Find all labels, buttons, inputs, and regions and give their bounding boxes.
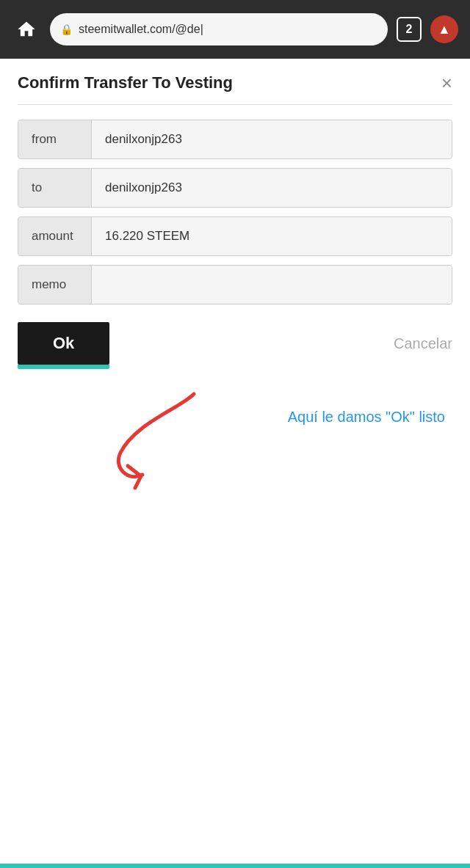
memo-label: memo <box>18 266 92 304</box>
dialog: Confirm Transfer To Vesting × from denil… <box>0 59 470 544</box>
address-bar[interactable]: 🔒 steemitwallet.com/@de| <box>50 13 388 45</box>
to-row: to denilxonjp263 <box>18 168 452 208</box>
dialog-divider <box>18 104 452 105</box>
tab-count-badge[interactable]: 2 <box>397 17 422 42</box>
from-value: denilxonjp263 <box>92 120 452 158</box>
main-content: Confirm Transfer To Vesting × from denil… <box>0 59 470 864</box>
amount-label: amount <box>18 217 92 255</box>
dialog-title: Confirm Transfer To Vesting <box>18 73 233 92</box>
close-button[interactable]: × <box>441 73 452 92</box>
upload-button[interactable]: ▲ <box>430 15 458 43</box>
upload-icon: ▲ <box>438 22 451 37</box>
address-text: steemitwallet.com/@de| <box>79 23 203 36</box>
home-icon <box>16 19 37 40</box>
to-label: to <box>18 169 92 207</box>
dialog-header: Confirm Transfer To Vesting × <box>18 73 452 92</box>
ok-button[interactable]: Ok <box>18 322 109 365</box>
browser-bar: 🔒 steemitwallet.com/@de| 2 ▲ <box>0 0 470 59</box>
cancel-button[interactable]: Cancelar <box>394 335 452 352</box>
home-button[interactable] <box>12 15 41 44</box>
buttons-row: Ok Cancelar <box>18 322 452 365</box>
bottom-bar <box>0 864 470 868</box>
from-row: from denilxonjp263 <box>18 120 452 159</box>
amount-row: amount 16.220 STEEM <box>18 216 452 256</box>
lock-icon: 🔒 <box>60 23 73 35</box>
annotation-text: Aquí le damos "Ok" listo <box>288 409 445 426</box>
memo-value <box>92 266 452 304</box>
annotation-area: Aquí le damos "Ok" listo <box>18 379 452 526</box>
amount-value: 16.220 STEEM <box>92 217 452 255</box>
to-value: denilxonjp263 <box>92 169 452 207</box>
from-label: from <box>18 120 92 158</box>
memo-row: memo <box>18 265 452 304</box>
arrow-annotation <box>91 379 282 497</box>
